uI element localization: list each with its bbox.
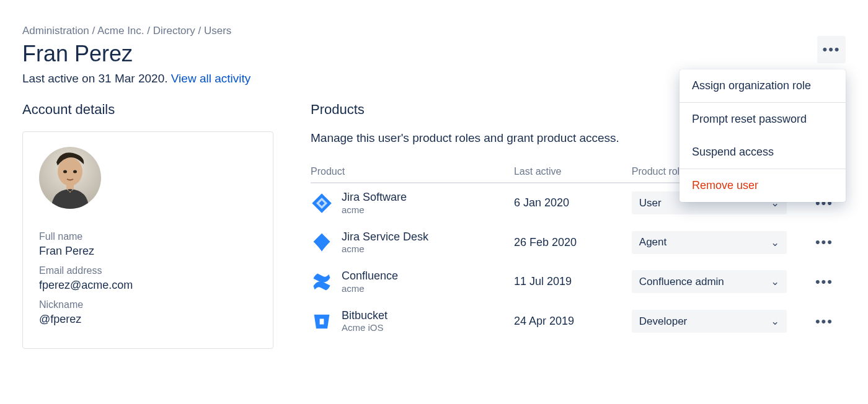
row-actions-button[interactable]: ••• [803,314,846,330]
product-site: Acme iOS [342,322,388,333]
svg-point-3 [73,170,77,173]
full-name-value: Fran Perez [39,245,257,258]
actions-dropdown: Assign organization role Prompt reset pa… [680,69,846,202]
menu-item-suspend-access[interactable]: Suspend access [680,136,846,169]
chevron-down-icon: ⌄ [771,315,779,328]
menu-item-remove-user[interactable]: Remove user [680,169,846,202]
product-name: Confluence [342,270,398,283]
jira-software-icon [311,192,333,214]
product-name: Jira Service Desk [342,231,428,244]
menu-item-assign-org-role[interactable]: Assign organization role [680,69,846,102]
full-name-label: Full name [39,231,257,242]
menu-item-prompt-reset-password[interactable]: Prompt reset password [680,103,846,136]
avatar [39,147,101,209]
breadcrumb[interactable]: Administration / Acme Inc. / Directory /… [22,25,846,37]
product-last-active: 24 Apr 2019 [514,302,632,341]
svg-rect-4 [66,183,74,189]
page-title: Fran Perez [22,41,846,67]
row-actions-button[interactable]: ••• [803,274,846,290]
breadcrumb-item: Users [204,25,231,37]
jira-service-desk-icon [311,231,333,253]
chevron-down-icon: ⌄ [771,236,779,249]
view-all-activity-link[interactable]: View all activity [171,72,250,85]
row-actions-button[interactable]: ••• [803,234,846,250]
more-icon: ••• [822,42,840,58]
product-last-active: 11 Jul 2019 [514,262,632,302]
product-role-select[interactable]: Developer ⌄ [632,310,787,333]
product-site: acme [342,244,428,255]
product-last-active: 26 Feb 2020 [514,223,632,263]
svg-point-1 [58,157,82,186]
bitbucket-icon [311,310,333,333]
product-role-value: Developer [639,315,688,328]
col-product: Product [311,161,514,183]
account-details-card: Full name Fran Perez Email address fpere… [22,131,273,349]
more-actions-button[interactable]: ••• [817,36,846,63]
breadcrumb-item: Acme Inc. [97,25,144,37]
product-role-value: Confluence admin [639,276,724,288]
product-name: Bitbucket [342,309,388,323]
table-row: Jira Service Desk acme 26 Feb 2020 Agent… [311,223,846,263]
svg-point-2 [63,170,67,173]
col-last-active: Last active [514,161,632,183]
product-site: acme [342,204,407,216]
product-role-select[interactable]: Agent ⌄ [632,231,787,254]
email-label: Email address [39,265,257,276]
nickname-value: @fperez [39,313,257,326]
product-role-value: Agent [639,236,666,248]
table-row: Bitbucket Acme iOS 24 Apr 2019 Developer… [311,302,846,341]
last-active-text: Last active on 31 Mar 2020. [22,72,171,85]
svg-rect-8 [320,318,324,324]
product-site: acme [342,283,398,294]
breadcrumb-item: Administration [22,25,89,37]
product-role-select[interactable]: Confluence admin ⌄ [632,270,787,293]
breadcrumb-item: Directory [153,25,195,37]
product-name: Jira Software [342,191,407,204]
nickname-label: Nickname [39,299,257,310]
table-row: Confluence acme 11 Jul 2019 Confluence a… [311,262,846,302]
account-details-heading: Account details [22,102,273,118]
product-last-active: 6 Jan 2020 [514,183,632,223]
confluence-icon [311,271,333,293]
email-value: fperez@acme.com [39,279,257,292]
product-role-value: User [639,197,662,209]
chevron-down-icon: ⌄ [771,275,779,288]
